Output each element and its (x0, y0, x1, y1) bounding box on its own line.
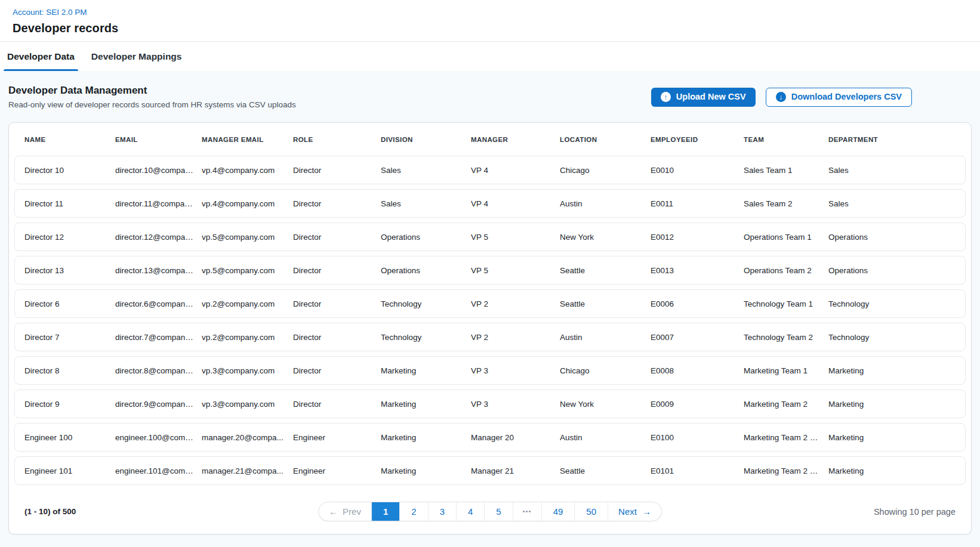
result-range: (1 - 10) of 500 (24, 507, 76, 516)
cell-name: Director 12 (24, 233, 115, 242)
cell-employeeid: E0012 (651, 233, 744, 242)
page-button-2[interactable]: 2 (399, 502, 427, 521)
prev-page-button[interactable]: ←Prev (319, 502, 371, 521)
cell-email: director.11@compan... (115, 199, 202, 208)
table-header-row: NAMEEMAILMANAGER EMAILROLEDIVISIONMANAGE… (14, 123, 966, 156)
cell-employeeid: E0011 (651, 199, 744, 208)
cell-team: Technology Team 1 (744, 299, 828, 308)
cell-team: Operations Team 1 (744, 233, 828, 242)
cell-location: Seattle (560, 299, 651, 308)
cell-email: director.13@compan... (115, 266, 202, 275)
table-row: Director 8director.8@company....vp.3@com… (14, 356, 966, 385)
cell-email: director.9@company.... (115, 400, 202, 409)
column-header-department: DEPARTMENT (828, 136, 956, 143)
cell-manager: Manager 20 (471, 433, 560, 442)
per-page-label: Showing 10 per page (874, 507, 956, 517)
cell-employeeid: E0100 (651, 433, 744, 442)
cell-email: director.10@compan... (115, 166, 202, 175)
cell-employeeid: E0010 (651, 166, 744, 175)
cell-department: Operations (828, 233, 956, 242)
cell-department: Operations (828, 266, 956, 275)
section-subtitle: Read-only view of developer records sour… (8, 100, 296, 109)
cell-department: Marketing (828, 466, 956, 475)
download-button-label: Download Developers CSV (791, 92, 902, 101)
cell-employeeid: E0013 (651, 266, 744, 275)
cell-department: Sales (828, 199, 956, 208)
cell-division: Sales (381, 199, 471, 208)
cell-division: Operations (381, 266, 471, 275)
cell-manager: VP 3 (471, 400, 560, 409)
cell-manager: VP 4 (471, 166, 560, 175)
cell-division: Marketing (381, 466, 471, 475)
cell-department: Marketing (828, 366, 956, 375)
cell-role: Director (293, 266, 381, 275)
csv-actions: ↑ Upload New CSV ↓ Download Developers C… (651, 88, 912, 107)
cell-location: Austin (560, 333, 651, 342)
tab-developer-mappings[interactable]: Developer Mappings (90, 42, 183, 71)
cell-name: Director 13 (24, 266, 115, 275)
cell-name: Director 9 (24, 400, 115, 409)
cell-manager: VP 2 (471, 333, 560, 342)
page-button-3[interactable]: 3 (428, 502, 456, 521)
download-csv-button[interactable]: ↓ Download Developers CSV (766, 88, 912, 107)
cell-department: Sales (828, 166, 956, 175)
account-link[interactable]: Account: SEI 2.0 PM (13, 8, 87, 17)
cell-role: Director (293, 299, 381, 308)
cell-email: engineer.100@comp... (115, 433, 202, 442)
section-title-block: Developer Data Management Read-only view… (8, 85, 296, 109)
cell-email: director.12@compan... (115, 233, 202, 242)
cell-team: Technology Team 2 (744, 333, 828, 342)
column-header-team: TEAM (744, 136, 828, 143)
page-button-5[interactable]: 5 (484, 502, 512, 521)
cell-name: Engineer 100 (24, 433, 115, 442)
cell-manager-email: vp.2@company.com (202, 333, 293, 342)
cell-manager-email: vp.4@company.com (202, 199, 293, 208)
cell-department: Marketing (828, 433, 956, 442)
table-row: Director 9director.9@company....vp.3@com… (14, 390, 966, 418)
cell-name: Director 6 (24, 299, 115, 308)
cell-division: Marketing (381, 433, 471, 442)
cell-division: Technology (381, 333, 471, 342)
page-button-49[interactable]: 49 (541, 502, 575, 521)
cell-division: Operations (381, 233, 471, 242)
table-row: Engineer 101engineer.101@comp...manager.… (14, 456, 966, 485)
next-page-button[interactable]: Next→ (608, 502, 661, 521)
cell-role: Director (293, 233, 381, 242)
cell-division: Technology (381, 299, 471, 308)
table-row: Engineer 100engineer.100@comp...manager.… (14, 423, 966, 452)
page-button-50[interactable]: 50 (574, 502, 608, 521)
tab-developer-data[interactable]: Developer Data (6, 42, 76, 71)
cell-location: Austin (560, 199, 651, 208)
tab-label: Developer Mappings (91, 51, 182, 62)
column-header-division: DIVISION (381, 136, 471, 143)
page-title: Developer records (13, 21, 980, 35)
arrow-right-icon: → (642, 506, 651, 517)
cell-division: Sales (381, 166, 471, 175)
cell-team: Sales Team 2 (744, 199, 828, 208)
cell-team: Marketing Team 1 (744, 366, 828, 375)
pagination: ←Prev12345•••4950Next→ (318, 502, 662, 521)
cell-email: engineer.101@comp... (115, 466, 202, 475)
table-rows: Director 10director.10@compan...vp.4@com… (14, 156, 966, 485)
page-button-4[interactable]: 4 (456, 502, 484, 521)
cell-email: director.8@company.... (115, 366, 202, 375)
cell-department: Technology (828, 299, 956, 308)
column-header-location: LOCATION (560, 136, 651, 143)
cell-department: Technology (828, 333, 956, 342)
cell-manager-email: vp.3@company.com (202, 400, 293, 409)
pagination-ellipsis: ••• (513, 502, 541, 521)
cell-team: Marketing Team 2 (744, 400, 828, 409)
page-button-1[interactable]: 1 (371, 502, 399, 521)
cell-role: Engineer (293, 466, 381, 475)
cell-manager-email: vp.2@company.com (202, 299, 293, 308)
upload-csv-button[interactable]: ↑ Upload New CSV (651, 88, 756, 107)
table-row: Director 13director.13@compan...vp.5@com… (14, 256, 966, 285)
cell-role: Engineer (293, 433, 381, 442)
cell-location: New York (560, 400, 651, 409)
cell-team: Operations Team 2 (744, 266, 828, 275)
section-title: Developer Data Management (8, 85, 296, 97)
cell-employeeid: E0101 (651, 466, 744, 475)
cell-manager: VP 5 (471, 233, 560, 242)
table-row: Director 12director.12@compan...vp.5@com… (14, 222, 966, 251)
developer-data-section: Developer Data Management Read-only view… (0, 71, 980, 547)
